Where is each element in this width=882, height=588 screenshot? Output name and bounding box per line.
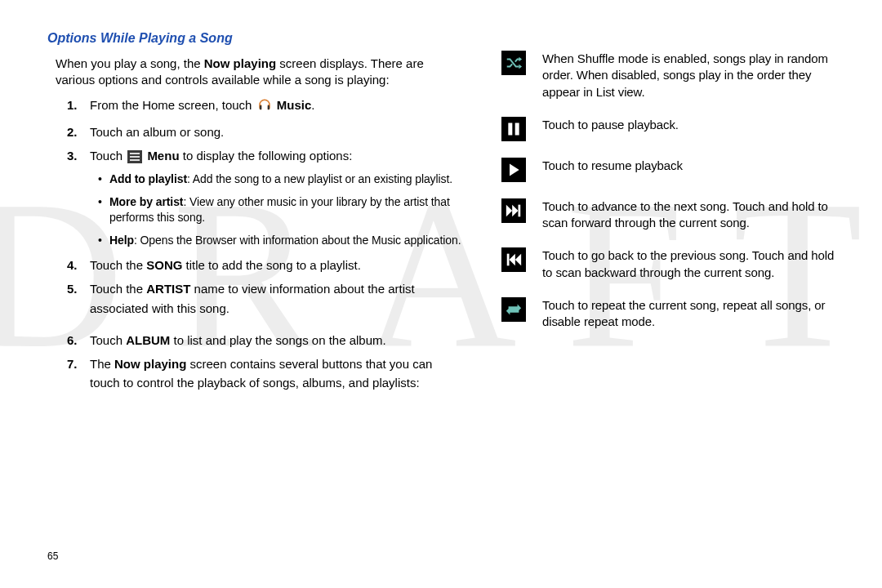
step-6-bold: ALBUM bbox=[126, 333, 170, 347]
step-2-text: Touch an album or song. bbox=[90, 125, 224, 139]
step-4-bold: SONG bbox=[146, 258, 182, 272]
svg-rect-3 bbox=[130, 153, 140, 154]
shuffle-desc: When Shuffle mode is enabled, songs play… bbox=[542, 51, 835, 100]
pause-icon bbox=[501, 117, 526, 141]
row-prev: Touch to go back to the previous song. T… bbox=[501, 247, 835, 281]
intro-text-1: When you play a song, the bbox=[56, 56, 204, 70]
step-1-text-a: From the Home screen, touch bbox=[90, 98, 256, 112]
bullet-help: Help: Opens the Browser with information… bbox=[98, 233, 462, 247]
next-desc: Touch to advance to the next song. Touch… bbox=[542, 198, 835, 232]
steps-list: From the Home screen, touch Music. Touch… bbox=[67, 96, 462, 393]
step-4: Touch the SONG title to add the song to … bbox=[67, 256, 462, 274]
svg-rect-9 bbox=[507, 254, 510, 266]
next-icon bbox=[501, 198, 526, 223]
step-2: Touch an album or song. bbox=[67, 122, 462, 141]
step-4-text-a: Touch the bbox=[90, 258, 146, 272]
step-1-text-c: . bbox=[311, 98, 314, 112]
step-7: The Now playing screen contains several … bbox=[67, 354, 462, 393]
row-repeat: Touch to repeat the current song, repeat… bbox=[501, 297, 835, 331]
svg-rect-6 bbox=[508, 122, 512, 135]
step-3: Touch Menu to display the following opti… bbox=[67, 146, 462, 247]
svg-rect-7 bbox=[515, 122, 519, 135]
row-play: Touch to resume playback bbox=[501, 158, 835, 182]
step-4-text-c: title to add the song to a playlist. bbox=[182, 258, 360, 272]
step-3-text-a: Touch bbox=[90, 149, 126, 163]
step-3-text-c: to display the following options: bbox=[180, 149, 353, 163]
play-desc: Touch to resume playback bbox=[542, 158, 683, 182]
section-heading: Options While Playing a Song bbox=[47, 31, 462, 46]
row-next: Touch to advance to the next song. Touch… bbox=[501, 198, 835, 232]
svg-rect-5 bbox=[130, 159, 140, 161]
bullet-3-label: Help bbox=[109, 234, 134, 247]
step-5-text-a: Touch the bbox=[90, 282, 146, 296]
intro-bold: Now playing bbox=[204, 56, 276, 70]
play-icon bbox=[501, 158, 526, 182]
step-5-bold: ARTIST bbox=[146, 282, 190, 296]
pause-desc: Touch to pause playback. bbox=[542, 117, 679, 141]
repeat-desc: Touch to repeat the current song, repeat… bbox=[542, 297, 835, 331]
bullet-1-label: Add to playlist bbox=[109, 172, 187, 185]
row-pause: Touch to pause playback. bbox=[501, 117, 835, 141]
shuffle-icon bbox=[501, 51, 526, 75]
bullet-add-to-playlist: Add to playlist: Add the song to a new p… bbox=[98, 172, 462, 186]
step-6: Touch ALBUM to list and play the songs o… bbox=[67, 331, 462, 350]
intro-paragraph: When you play a song, the Now playing sc… bbox=[56, 56, 462, 89]
step-6-text-c: to list and play the songs on the album. bbox=[170, 333, 385, 347]
bullet-2-label: More by artist bbox=[109, 195, 183, 208]
option-bullets: Add to playlist: Add the song to a new p… bbox=[98, 172, 462, 247]
svg-rect-1 bbox=[267, 105, 269, 109]
svg-rect-0 bbox=[260, 105, 261, 109]
page-number: 65 bbox=[47, 550, 58, 562]
row-shuffle: When Shuffle mode is enabled, songs play… bbox=[501, 51, 835, 100]
bullet-3-rest: : Opens the Browser with information abo… bbox=[134, 234, 461, 247]
repeat-icon bbox=[501, 297, 526, 322]
step-7-text-a: The bbox=[90, 357, 114, 371]
headphones-icon bbox=[257, 98, 272, 118]
bullet-more-by-artist: More by artist: View any other music in … bbox=[98, 194, 462, 224]
prev-desc: Touch to go back to the previous song. T… bbox=[542, 247, 835, 281]
step-6-text-a: Touch bbox=[90, 333, 126, 347]
svg-rect-8 bbox=[519, 204, 521, 216]
step-1: From the Home screen, touch Music. bbox=[67, 96, 462, 118]
left-column: Options While Playing a Song When you pl… bbox=[47, 31, 462, 398]
bullet-1-rest: : Add the song to a new playlist or an e… bbox=[187, 172, 452, 185]
svg-rect-4 bbox=[130, 156, 140, 158]
menu-icon bbox=[127, 149, 142, 168]
step-1-bold: Music bbox=[277, 98, 312, 112]
step-7-bold: Now playing bbox=[114, 357, 186, 371]
step-5: Touch the ARTIST name to view informatio… bbox=[67, 279, 462, 326]
step-3-bold: Menu bbox=[147, 149, 179, 163]
right-column: When Shuffle mode is enabled, songs play… bbox=[501, 31, 835, 398]
previous-icon bbox=[501, 247, 526, 272]
